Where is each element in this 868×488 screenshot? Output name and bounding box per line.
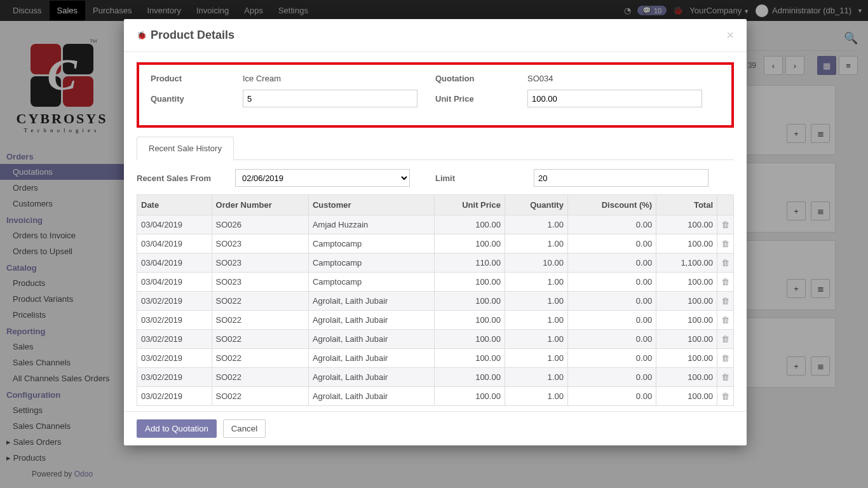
unitprice-input[interactable] bbox=[527, 90, 702, 107]
cell-total: 100.00 bbox=[656, 215, 717, 234]
cell-unitprice: 100.00 bbox=[434, 387, 505, 406]
cell-qty: 1.00 bbox=[505, 330, 567, 349]
col-unitprice[interactable]: Unit Price bbox=[434, 195, 505, 215]
quotation-value: SO034 bbox=[527, 74, 553, 83]
cell-qty: 1.00 bbox=[505, 387, 567, 406]
cell-customer: Agrolait, Laith Jubair bbox=[308, 311, 434, 330]
cell-order: SO022 bbox=[212, 387, 308, 406]
cell-order: SO023 bbox=[212, 254, 308, 273]
trash-icon[interactable]: 🗑 bbox=[721, 258, 729, 268]
cell-unitprice: 100.00 bbox=[434, 368, 505, 387]
cell-qty: 1.00 bbox=[505, 273, 567, 292]
cell-qty: 1.00 bbox=[505, 292, 567, 311]
product-label: Product bbox=[151, 74, 243, 83]
add-to-quotation-button[interactable]: Add to Quotation bbox=[137, 419, 217, 438]
cell-discount: 0.00 bbox=[567, 234, 656, 254]
cell-order: SO022 bbox=[212, 349, 308, 368]
trash-icon[interactable]: 🗑 bbox=[721, 277, 729, 287]
cell-discount: 0.00 bbox=[567, 387, 656, 406]
cell-qty: 10.00 bbox=[505, 254, 567, 273]
tabs: Recent Sale History bbox=[137, 137, 734, 160]
col-customer[interactable]: Customer bbox=[308, 195, 434, 215]
tab-recent-history[interactable]: Recent Sale History bbox=[137, 137, 234, 160]
cell-unitprice: 100.00 bbox=[434, 215, 505, 234]
quantity-input[interactable] bbox=[243, 90, 417, 107]
table-row[interactable]: 03/02/2019SO022Agrolait, Laith Jubair100… bbox=[137, 311, 734, 330]
trash-icon[interactable]: 🗑 bbox=[721, 315, 729, 325]
cell-qty: 1.00 bbox=[505, 215, 567, 234]
cell-order: SO022 bbox=[212, 292, 308, 311]
trash-icon[interactable]: 🗑 bbox=[721, 372, 729, 382]
cell-date: 03/02/2019 bbox=[137, 368, 212, 387]
cell-total: 100.00 bbox=[656, 349, 717, 368]
table-row[interactable]: 03/02/2019SO022Agrolait, Laith Jubair100… bbox=[137, 368, 734, 387]
cell-customer: Agrolait, Laith Jubair bbox=[308, 292, 434, 311]
cell-discount: 0.00 bbox=[567, 368, 656, 387]
table-row[interactable]: 03/04/2019SO023Camptocamp100.001.000.001… bbox=[137, 234, 734, 254]
cell-date: 03/02/2019 bbox=[137, 311, 212, 330]
cell-discount: 0.00 bbox=[567, 292, 656, 311]
close-icon[interactable]: × bbox=[726, 28, 734, 43]
unitprice-label: Unit Price bbox=[435, 94, 527, 104]
cell-total: 100.00 bbox=[656, 234, 717, 254]
cell-date: 03/04/2019 bbox=[137, 273, 212, 292]
cell-unitprice: 100.00 bbox=[434, 292, 505, 311]
trash-icon[interactable]: 🗑 bbox=[721, 391, 729, 401]
cell-unitprice: 100.00 bbox=[434, 349, 505, 368]
cell-unitprice: 100.00 bbox=[434, 311, 505, 330]
cell-discount: 0.00 bbox=[567, 330, 656, 349]
cell-order: SO022 bbox=[212, 311, 308, 330]
cell-discount: 0.00 bbox=[567, 273, 656, 292]
col-date[interactable]: Date bbox=[137, 195, 212, 215]
trash-icon[interactable]: 🗑 bbox=[721, 334, 729, 344]
recent-from-label: Recent Sales From bbox=[137, 173, 235, 183]
cell-customer: Agrolait, Laith Jubair bbox=[308, 330, 434, 349]
table-row[interactable]: 03/02/2019SO022Agrolait, Laith Jubair100… bbox=[137, 349, 734, 368]
table-row[interactable]: 03/04/2019SO023Camptocamp100.001.000.001… bbox=[137, 273, 734, 292]
cell-date: 03/02/2019 bbox=[137, 349, 212, 368]
cell-date: 03/02/2019 bbox=[137, 292, 212, 311]
cell-date: 03/02/2019 bbox=[137, 330, 212, 349]
cell-discount: 0.00 bbox=[567, 215, 656, 234]
cell-qty: 1.00 bbox=[505, 311, 567, 330]
cell-total: 1,100.00 bbox=[656, 254, 717, 273]
cell-order: SO022 bbox=[212, 368, 308, 387]
cell-date: 03/04/2019 bbox=[137, 215, 212, 234]
limit-input[interactable] bbox=[534, 169, 709, 187]
cell-total: 100.00 bbox=[656, 311, 717, 330]
cell-customer: Agrolait, Laith Jubair bbox=[308, 368, 434, 387]
cell-total: 100.00 bbox=[656, 273, 717, 292]
trash-icon[interactable]: 🗑 bbox=[721, 239, 729, 248]
table-row[interactable]: 03/04/2019SO023Camptocamp110.0010.000.00… bbox=[137, 254, 734, 273]
table-row[interactable]: 03/02/2019SO022Agrolait, Laith Jubair100… bbox=[137, 330, 734, 349]
col-total[interactable]: Total bbox=[656, 195, 717, 215]
highlight-form: Product Ice Cream Quantity Quotation SO0… bbox=[137, 62, 734, 128]
cancel-button[interactable]: Cancel bbox=[223, 419, 266, 438]
cell-customer: Camptocamp bbox=[308, 273, 434, 292]
col-order[interactable]: Order Number bbox=[212, 195, 308, 215]
quantity-label: Quantity bbox=[151, 94, 243, 104]
col-discount[interactable]: Discount (%) bbox=[567, 195, 656, 215]
cell-date: 03/04/2019 bbox=[137, 254, 212, 273]
col-qty[interactable]: Quantity bbox=[505, 195, 567, 215]
table-row[interactable]: 03/02/2019SO022Agrolait, Laith Jubair100… bbox=[137, 292, 734, 311]
cell-qty: 1.00 bbox=[505, 368, 567, 387]
history-table: Date Order Number Customer Unit Price Qu… bbox=[137, 194, 734, 406]
trash-icon[interactable]: 🗑 bbox=[721, 296, 729, 306]
modal-title: Product Details bbox=[151, 29, 234, 42]
cell-total: 100.00 bbox=[656, 330, 717, 349]
limit-label: Limit bbox=[435, 173, 534, 183]
table-row[interactable]: 03/02/2019SO022Agrolait, Laith Jubair100… bbox=[137, 387, 734, 406]
cell-unitprice: 100.00 bbox=[434, 234, 505, 254]
debug-icon: 🐞 bbox=[137, 30, 147, 40]
cell-total: 100.00 bbox=[656, 292, 717, 311]
cell-discount: 0.00 bbox=[567, 311, 656, 330]
table-row[interactable]: 03/04/2019SO026Amjad Huzzain100.001.000.… bbox=[137, 215, 734, 234]
cell-discount: 0.00 bbox=[567, 254, 656, 273]
cell-order: SO023 bbox=[212, 234, 308, 254]
trash-icon[interactable]: 🗑 bbox=[721, 220, 729, 229]
recent-from-select[interactable]: 02/06/2019 bbox=[235, 169, 410, 187]
cell-discount: 0.00 bbox=[567, 349, 656, 368]
cell-customer: Agrolait, Laith Jubair bbox=[308, 387, 434, 406]
trash-icon[interactable]: 🗑 bbox=[721, 353, 729, 363]
